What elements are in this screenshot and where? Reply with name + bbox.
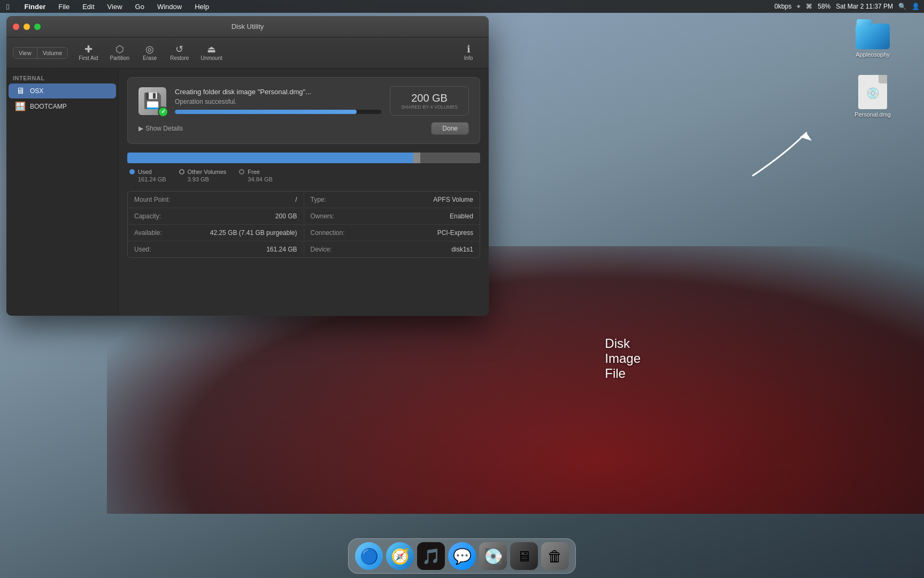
erase-button[interactable]: ◎ Erase	[136, 42, 164, 63]
used-key: Used:	[134, 246, 151, 253]
partition-icon: ⬡	[116, 44, 124, 54]
dock-item-messages[interactable]: 💬	[448, 542, 476, 570]
progress-right: 200 GB Shared by 4 Volumes	[390, 86, 469, 116]
done-button[interactable]: Done	[431, 122, 469, 135]
dock-item-monitor[interactable]: 🖥	[510, 542, 538, 570]
minimize-button[interactable]	[24, 24, 30, 30]
menubar:  Finder File Edit View Go Window Help 0…	[0, 0, 924, 13]
desktop-icon-personal-dmg[interactable]: 💿 Personal.dmg	[851, 75, 894, 118]
titlebar: Disk Utility	[6, 16, 489, 37]
disk-usage-section: Used 161.24 GB Other Volumes 3.93 GB	[127, 153, 480, 182]
close-button[interactable]	[13, 24, 19, 30]
show-details-toggle[interactable]: ▶ Show Details	[138, 125, 183, 132]
owners-val: Enabled	[450, 212, 473, 220]
available-val: 42.25 GB (7.41 GB purgeable)	[210, 229, 297, 237]
available-cell: Available: 42.25 GB (7.41 GB purgeable)	[128, 225, 304, 241]
type-cell: Type: APFS Volume	[304, 192, 480, 208]
used-dot	[129, 169, 135, 174]
mount-point-key: Mount Point:	[134, 196, 170, 203]
progress-actions: ▶ Show Details Done	[138, 122, 469, 135]
user-icon[interactable]: 👤	[912, 3, 920, 10]
menu-window[interactable]: Window	[155, 2, 184, 12]
dock-item-finder[interactable]: 🔵	[355, 542, 383, 570]
datetime: Sat Mar 2 11:37 PM	[836, 3, 893, 10]
maximize-button[interactable]	[34, 24, 41, 30]
network-speed: 0kbps	[774, 3, 791, 10]
appleosophy-label: Appleosophy	[856, 51, 890, 58]
dmg-file-icon: 💿	[858, 75, 887, 109]
partition-button[interactable]: ⬡ Partition	[104, 42, 135, 63]
dock-item-spotify[interactable]: 🎵	[417, 542, 445, 570]
menu-help[interactable]: Help	[192, 2, 211, 12]
legend-used: Used 161.24 GB	[129, 169, 166, 182]
view-button[interactable]: View	[13, 48, 37, 58]
search-icon[interactable]: 🔍	[898, 3, 906, 10]
folder-icon	[856, 19, 890, 49]
capacity-val: 200 GB	[275, 212, 297, 220]
desktop-icon-appleosophy[interactable]: Appleosophy	[851, 19, 894, 58]
main-content: 💾 ✓ Creating folder disk image "Personal…	[119, 69, 489, 316]
usage-free-segment	[420, 153, 480, 163]
connection-val: PCI-Express	[437, 229, 473, 237]
wifi-icon[interactable]: ⌘	[806, 3, 812, 10]
disk-image-annotation: Disk Image File	[605, 336, 641, 381]
info-button[interactable]: ℹ Info	[455, 42, 482, 63]
personal-dmg-label: Personal.dmg	[854, 111, 891, 118]
other-value: 3.93 GB	[179, 176, 227, 182]
capacity-display: 200 GB Shared by 4 Volumes	[390, 86, 469, 116]
menu-file[interactable]: File	[56, 2, 72, 12]
owners-cell: Owners: Enabled	[304, 208, 480, 224]
restore-icon: ↺	[175, 44, 183, 54]
apple-menu[interactable]: 	[4, 1, 11, 12]
usage-other-segment	[413, 153, 420, 163]
menu-edit[interactable]: Edit	[80, 2, 96, 12]
dock-item-safari[interactable]: 🧭	[386, 542, 414, 570]
window-body: Internal 🖥 OSX 🪟 BOOTCAMP	[6, 69, 489, 316]
type-key: Type:	[311, 196, 326, 203]
success-checkmark: ✓	[158, 107, 168, 117]
type-val: APFS Volume	[433, 196, 473, 203]
info-row-0: Mount Point: / Type: APFS Volume	[128, 192, 480, 208]
owners-key: Owners:	[311, 212, 335, 220]
window-controls	[13, 24, 41, 30]
used-val: 161.24 GB	[266, 246, 297, 253]
triangle-icon: ▶	[138, 125, 143, 132]
usage-bar	[127, 153, 480, 163]
battery-indicator: 58%	[818, 3, 830, 10]
other-dot	[179, 169, 184, 174]
dock-item-disk-utility[interactable]: 💽	[479, 542, 507, 570]
hdd-visual: 💾 ✓	[138, 87, 166, 115]
capacity-size: 200 GB	[401, 92, 458, 104]
dock-item-trash[interactable]: 🗑	[541, 542, 569, 570]
menu-view[interactable]: View	[105, 2, 125, 12]
unmount-button[interactable]: ⏏ Unmount	[195, 42, 228, 63]
toolbar: View Volume ✚ First Aid ⬡ Partition ◎ Er…	[6, 37, 489, 69]
capacity-cell: Capacity: 200 GB	[128, 208, 304, 224]
first-aid-icon: ✚	[84, 44, 93, 54]
first-aid-button[interactable]: ✚ First Aid	[73, 42, 103, 63]
device-cell: Device: disk1s1	[304, 241, 480, 257]
used-cell: Used: 161.24 GB	[128, 241, 304, 257]
menu-go[interactable]: Go	[133, 2, 147, 12]
dock: 🔵 🧭 🎵 💬 💽 🖥 🗑	[348, 538, 576, 574]
bluetooth-icon[interactable]: ⌖	[797, 3, 800, 10]
sidebar-item-bootcamp[interactable]: 🪟 BOOTCAMP	[9, 98, 116, 114]
sidebar: Internal 🖥 OSX 🪟 BOOTCAMP	[6, 69, 119, 316]
capacity-key: Capacity:	[134, 212, 161, 220]
erase-icon: ◎	[145, 44, 154, 54]
progress-bar-fill	[175, 110, 357, 114]
used-value: 161.24 GB	[129, 176, 166, 182]
device-val: disk1s1	[451, 246, 473, 253]
drive-icon-bootcamp: 🪟	[15, 101, 26, 111]
info-icon: ℹ	[467, 44, 471, 54]
sidebar-section-internal: Internal	[6, 73, 118, 83]
dmg-icon-inner: 💿	[866, 87, 880, 100]
legend-free: Free 34.84 GB	[239, 169, 272, 182]
volume-button[interactable]: Volume	[37, 48, 68, 58]
usage-used-segment	[127, 153, 413, 163]
menu-finder[interactable]: Finder	[22, 2, 48, 12]
sidebar-item-osx[interactable]: 🖥 OSX	[9, 83, 116, 98]
unmount-icon: ⏏	[207, 44, 216, 54]
desktop:  Finder File Edit View Go Window Help 0…	[0, 0, 924, 578]
restore-button[interactable]: ↺ Restore	[165, 42, 194, 63]
